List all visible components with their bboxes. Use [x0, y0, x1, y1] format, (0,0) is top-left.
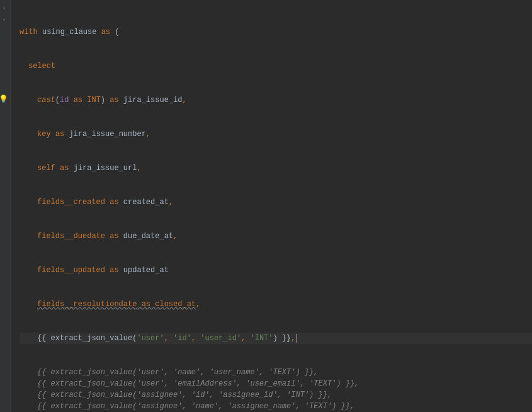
code-line: cast(id as INT) as jira_issue_id,: [20, 94, 532, 106]
fold-marker-icon[interactable]: [3, 18, 8, 23]
code-line: self as jira_issue_url,: [20, 163, 532, 174]
code-line-current: {{ extract_json_value('user', 'id', 'use…: [20, 333, 532, 344]
code-line: fields__created as created_at,: [20, 197, 532, 208]
code-line: key as jira_issue_number,: [20, 129, 532, 140]
code-line: fields__duedate as due_date_at,: [20, 231, 532, 242]
code-editor[interactable]: with using_clause as ( select cast(id as…: [11, 0, 532, 412]
code-line: {{ extract_json_value('user', 'emailAddr…: [20, 378, 532, 389]
fold-marker-icon[interactable]: [3, 6, 8, 12]
code-line: fields__resolutiondate as closed_at,: [20, 299, 532, 310]
text-caret: [297, 334, 297, 343]
code-line: {{ extract_json_value('assignee', 'id', …: [20, 389, 532, 401]
code-line: with using_clause as (: [20, 26, 532, 38]
code-line: {{ extract_json_value('assignee', 'name'…: [20, 401, 532, 412]
code-line: select: [20, 60, 532, 72]
code-line: fields__updated as updated_at: [20, 265, 532, 276]
editor-gutter: 💡: [0, 0, 11, 412]
intention-bulb-icon[interactable]: 💡: [0, 96, 7, 104]
code-line: {{ extract_json_value('user', 'name', 'u…: [20, 367, 532, 378]
